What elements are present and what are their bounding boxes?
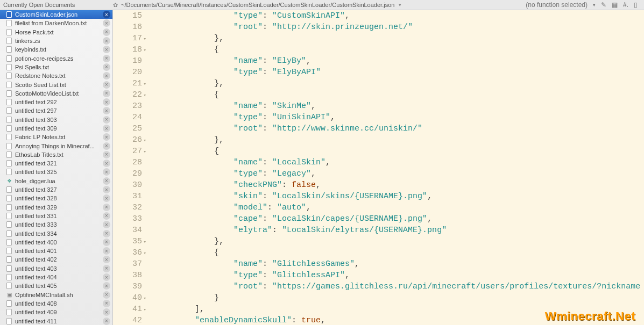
code-line[interactable]: "type": "UniSkinAPI", — [156, 112, 640, 123]
breadcrumb-path[interactable]: ~/Documents/Curse/Minecraft/Instances/Cu… — [121, 2, 394, 8]
code-editor[interactable]: 151617▾18▾192021▾22▾23242526▾27▾28293031… — [113, 10, 644, 325]
file-row[interactable]: tinkers.zs× — [0, 37, 112, 45]
close-icon[interactable]: × — [103, 160, 110, 167]
fold-marker-icon[interactable]: ▾ — [144, 293, 146, 305]
file-row[interactable]: untitled text 411× — [0, 316, 112, 325]
breadcrumb[interactable]: ✿ ~/Documents/Curse/Minecraft/Instances/… — [113, 2, 526, 9]
close-icon[interactable]: × — [103, 107, 110, 114]
file-row[interactable]: potion-core-recipes.zs× — [0, 54, 112, 62]
gear-icon[interactable]: ✿ — [113, 2, 118, 9]
file-row[interactable]: hole_digger.lua× — [0, 177, 112, 185]
close-icon[interactable]: × — [103, 256, 110, 263]
close-icon[interactable]: × — [103, 46, 110, 53]
file-row[interactable]: untitled text 403× — [0, 264, 112, 273]
code-line[interactable]: "root": "http://skin.prinzeugen.net/" — [156, 21, 640, 33]
function-menu[interactable]: (no function selected) — [526, 1, 588, 9]
fold-marker-icon[interactable]: ▾ — [144, 248, 146, 259]
close-icon[interactable]: × — [103, 90, 110, 97]
file-row[interactable]: untitled text 334× — [0, 229, 112, 237]
file-row[interactable]: untitled text 331× — [0, 212, 112, 220]
close-icon[interactable]: × — [103, 177, 110, 185]
code-line[interactable]: "model": "auto", — [156, 202, 640, 213]
code-line[interactable]: { — [156, 247, 640, 258]
code-line[interactable]: } — [156, 292, 640, 304]
code-line[interactable]: "type": "ElyByAPI" — [156, 67, 640, 78]
file-row[interactable]: Scotto Seed List.txt× — [0, 80, 112, 89]
close-icon[interactable]: × — [103, 63, 110, 71]
code-line[interactable]: "name": "SkinMe", — [156, 100, 640, 112]
close-icon[interactable]: × — [103, 28, 110, 36]
code-line[interactable]: }, — [156, 33, 640, 44]
close-icon[interactable]: × — [103, 168, 110, 176]
close-icon[interactable]: × — [103, 116, 110, 124]
fold-marker-icon[interactable]: ▾ — [144, 237, 146, 248]
file-row[interactable]: untitled text 303× — [0, 115, 112, 124]
code-content[interactable]: "type": "CustomSkinAPI", "root": "http:/… — [147, 10, 640, 325]
fold-marker-icon[interactable]: ▾ — [144, 34, 146, 45]
close-icon[interactable]: × — [103, 239, 110, 246]
close-icon[interactable]: × — [103, 133, 110, 141]
close-icon[interactable]: × — [103, 81, 110, 89]
file-row[interactable]: Fabric LP Notes.txt× — [0, 133, 112, 141]
close-icon[interactable]: × — [103, 125, 110, 132]
fold-marker-icon[interactable]: ▾ — [144, 79, 146, 90]
close-icon[interactable]: × — [103, 55, 110, 62]
fold-marker-icon[interactable]: ▾ — [144, 135, 146, 147]
file-row[interactable]: untitled text 292× — [0, 98, 112, 106]
file-row[interactable]: untitled text 333× — [0, 220, 112, 229]
close-icon[interactable]: × — [103, 142, 110, 150]
fold-marker-icon[interactable]: ▾ — [144, 147, 146, 158]
close-icon[interactable]: × — [103, 37, 110, 45]
code-line[interactable]: "name": "LocalSkin", — [156, 157, 640, 168]
file-row[interactable]: Redstone Notes.txt× — [0, 71, 112, 80]
close-icon[interactable]: × — [103, 186, 110, 193]
file-row[interactable]: Horse Pack.txt× — [0, 28, 112, 37]
close-icon[interactable]: × — [103, 151, 110, 158]
close-icon[interactable]: × — [103, 282, 110, 290]
close-icon[interactable]: × — [103, 317, 110, 325]
hash-icon[interactable]: #. — [623, 1, 628, 9]
file-row[interactable]: untitled text 409× — [0, 308, 112, 316]
close-icon[interactable]: × — [103, 11, 110, 18]
code-line[interactable]: "name": "ElyBy", — [156, 55, 640, 67]
grid-icon[interactable]: ▦ — [612, 1, 618, 9]
close-icon[interactable]: × — [103, 247, 110, 255]
file-row[interactable]: untitled text 329× — [0, 203, 112, 212]
file-row[interactable]: untitled text 328× — [0, 194, 112, 203]
file-row[interactable]: CustomSkinLoader.json× — [0, 10, 112, 19]
file-row[interactable]: EthosLab Titles.txt× — [0, 150, 112, 159]
file-row[interactable]: untitled text 309× — [0, 124, 112, 133]
close-icon[interactable]: × — [103, 194, 110, 202]
code-line[interactable]: "type": "CustomSkinAPI", — [156, 10, 640, 21]
file-row[interactable]: untitled text 400× — [0, 238, 112, 247]
open-documents-sidebar[interactable]: CustomSkinLoader.json×filelist from Dark… — [0, 10, 113, 325]
file-row[interactable]: untitled text 327× — [0, 185, 112, 194]
file-row[interactable]: untitled text 405× — [0, 281, 112, 290]
file-row[interactable]: Psi Spells.txt× — [0, 63, 112, 71]
code-line[interactable]: }, — [156, 134, 640, 146]
close-icon[interactable]: × — [103, 273, 110, 281]
close-icon[interactable]: × — [103, 230, 110, 237]
code-line[interactable]: "type": "Legacy", — [156, 168, 640, 179]
close-icon[interactable]: × — [103, 300, 110, 307]
close-icon[interactable]: × — [103, 265, 110, 272]
code-line[interactable]: { — [156, 146, 640, 157]
code-line[interactable]: "type": "GlitchlessAPI", — [156, 270, 640, 281]
close-icon[interactable]: × — [103, 221, 110, 228]
code-line[interactable]: "skin": "LocalSkin/skins/{USERNAME}.png"… — [156, 191, 640, 202]
code-line[interactable]: "name": "GlitchlessGames", — [156, 258, 640, 270]
file-row[interactable]: untitled text 401× — [0, 247, 112, 255]
file-row[interactable]: keybinds.txt× — [0, 45, 112, 54]
document-icon[interactable]: ▯ — [634, 1, 638, 9]
file-row[interactable]: OptifineMMCInstall.sh× — [0, 291, 112, 299]
file-row[interactable]: untitled text 321× — [0, 159, 112, 168]
code-line[interactable]: { — [156, 89, 640, 100]
close-icon[interactable]: × — [103, 204, 110, 211]
file-row[interactable]: untitled text 408× — [0, 299, 112, 308]
file-row[interactable]: Annoying Things in Minecraf...× — [0, 141, 112, 150]
code-line[interactable]: "root": "http://www.skinme.cc/uniskin/" — [156, 123, 640, 134]
code-line[interactable]: "elytra": "LocalSkin/elytras/{USERNAME}.… — [156, 225, 640, 236]
fold-marker-icon[interactable]: ▾ — [144, 305, 146, 316]
fold-marker-icon[interactable]: ▾ — [144, 90, 146, 102]
dropdown-arrow-icon[interactable]: ▾ — [399, 2, 401, 8]
